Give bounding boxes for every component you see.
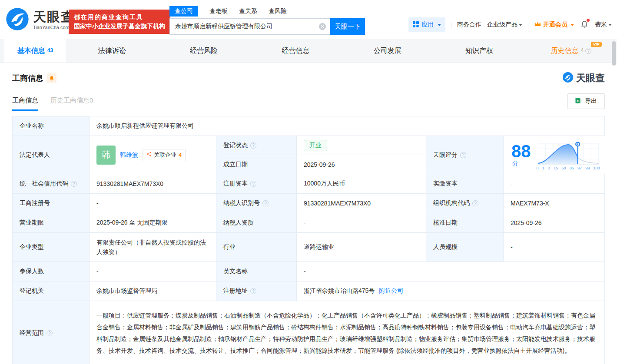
- vip-badge: VIP: [591, 42, 602, 47]
- help-icon[interactable]: ?: [460, 152, 466, 158]
- help-icon[interactable]: ?: [585, 48, 591, 54]
- reg-capital-label-cell: 注册资本 ?: [216, 174, 297, 193]
- score-value-cell: 88分: [504, 136, 605, 174]
- org-code-label-cell: 组织机构代码 ?: [426, 194, 504, 213]
- table-row: 参保人数 - 英文名称 -: [13, 262, 604, 281]
- score-value: 88: [511, 142, 531, 161]
- score-axis-ticks: 01 315 5085 9799 100: [536, 166, 600, 170]
- slogan-line1: 都在用的商业查询工具: [74, 13, 165, 22]
- taxpayer-id-value: 91330281MAEX7M73X0: [297, 194, 426, 213]
- score-unit: 分: [512, 160, 518, 167]
- clear-search-icon[interactable]: ✕: [319, 23, 326, 30]
- related-count: 4: [179, 152, 182, 158]
- legal-rep-name-link[interactable]: 韩维波: [120, 151, 138, 159]
- tab-basic-info[interactable]: 基本信息 43: [4, 39, 66, 63]
- industry-value: 道路运输业: [297, 233, 426, 261]
- score-label: 天眼评分: [433, 151, 458, 159]
- help-icon[interactable]: ?: [262, 200, 269, 206]
- apps-label: 应用: [421, 21, 434, 29]
- business-scope-value: 一般项目：供应链管理服务；煤炭及制品销售；石油制品制造（不含危险化学品）；化工产…: [90, 301, 604, 364]
- company-name-value: 余姚市顺启新程供应链管理有限公司: [90, 116, 604, 136]
- reg-authority-label: 登记机关: [13, 281, 90, 301]
- notifications-bell-icon[interactable]: [581, 20, 588, 30]
- tab-legal-proceedings[interactable]: 法律诉讼: [66, 39, 158, 63]
- table-row: 工商注册号 - 纳税人识别号 ? 91330281MAEX7M73X0 组织机构…: [13, 194, 604, 213]
- help-icon[interactable]: ?: [250, 288, 256, 294]
- notification-dot: [587, 19, 590, 22]
- help-icon[interactable]: ?: [250, 142, 256, 149]
- nearby-companies-link[interactable]: 附近公司: [379, 287, 403, 295]
- subtab-business-info[interactable]: 工商信息: [12, 96, 38, 111]
- reg-address-value-cell: 浙江省余姚市冶山路475号 附近公司: [297, 281, 604, 301]
- slogan-banner: 都在用的商业查询工具 国家中小企业发展子基金旗下机构: [69, 10, 170, 34]
- search-tabs: 查公司 查老板 查关系 查风险: [169, 6, 365, 17]
- insured-count-value: -: [90, 262, 216, 281]
- table-row: 法定代表人 韩 韩维波 关联企业 4: [13, 136, 604, 174]
- tianyancha-logo-icon: [5, 7, 30, 33]
- apps-menu-button[interactable]: 应用: [408, 17, 445, 32]
- export-button[interactable]: X 导出: [567, 93, 605, 109]
- tab-operating-info[interactable]: 经营信息: [250, 39, 342, 63]
- avatar[interactable]: 韩: [96, 146, 116, 165]
- approval-date-label: 核准日期: [426, 213, 504, 232]
- tab-label: 公司发展: [374, 46, 401, 56]
- business-scope-label: 经营范围: [20, 329, 44, 337]
- table-row: 统一社会信用代码 ? 91330281MAEX7M73X0 注册资本 ? 100…: [13, 174, 604, 194]
- business-term-label: 营业期限: [13, 213, 90, 232]
- search-input[interactable]: [169, 18, 330, 35]
- taxpayer-id-label: 纳税人识别号: [223, 199, 260, 207]
- business-info-table: 企业名称 余姚市顺启新程供应链管理有限公司 法定代表人 韩 韩维波: [12, 116, 605, 364]
- table-row: 登记机关 余姚市市场监督管理局 注册地址 ? 浙江省余姚市冶山路475号 附近公…: [13, 281, 604, 301]
- search-button[interactable]: 天眼一下: [330, 18, 365, 35]
- vip-label: 开通会员: [543, 21, 567, 29]
- search-tab-risk[interactable]: 查风险: [269, 7, 287, 15]
- search-tab-boss[interactable]: 查老板: [209, 7, 228, 15]
- divider: [451, 22, 451, 28]
- help-icon[interactable]: ?: [46, 330, 53, 336]
- tab-company-development[interactable]: 公司发展: [342, 39, 433, 63]
- taxpayer-quality-value: -: [297, 213, 426, 232]
- top-header: 天眼查 TianYanCha.com 都在用的商业查询工具 国家中小企业发展子基…: [0, 0, 617, 39]
- watermark-text: 天眼查: [576, 72, 605, 85]
- tianyancha-logo-icon: [562, 72, 574, 85]
- paid-capital-value: -: [504, 174, 604, 193]
- reg-capital-label: 注册资本: [223, 180, 248, 188]
- tab-history-info[interactable]: VIP 历史信息 4 ?: [525, 39, 617, 63]
- username-label: 费米: [595, 21, 607, 29]
- divider: [528, 22, 528, 28]
- help-icon[interactable]: ?: [472, 200, 478, 206]
- business-scope-label-cell: 经营范围 ?: [13, 301, 90, 364]
- main-tab-bar: 基本信息 43 法律诉讼 经营风险 经营信息 公司发展 知识产权 VIP 历史信…: [0, 39, 617, 63]
- nav-enterprise-products[interactable]: 企业级产品: [487, 21, 522, 29]
- credit-code-value: 91330281MAEX7M73X0: [90, 174, 216, 193]
- industry-label: 行业: [216, 233, 297, 261]
- user-menu[interactable]: 费米: [595, 21, 612, 29]
- related-companies-badge[interactable]: 关联企业 4: [143, 149, 186, 161]
- network-icon: [146, 152, 152, 158]
- establish-date-value: 2025-09-26: [297, 155, 426, 174]
- export-label: 导出: [585, 97, 597, 105]
- scrollbar[interactable]: [612, 41, 616, 66]
- subtab-history-business-info[interactable]: 历史工商信息0: [50, 96, 93, 111]
- search-tab-company[interactable]: 查公司: [169, 6, 198, 17]
- section-title: 工商信息: [12, 73, 43, 83]
- taxpayer-quality-label: 纳税人资质: [216, 213, 297, 232]
- watermark-logo: 天眼查: [562, 72, 605, 85]
- reg-address-label-cell: 注册地址 ?: [216, 281, 297, 301]
- help-icon[interactable]: ?: [250, 181, 256, 187]
- open-vip-button[interactable]: 开通会员: [534, 21, 574, 29]
- tab-intellectual-property[interactable]: 知识产权: [433, 39, 525, 63]
- english-name-value: -: [297, 262, 604, 281]
- table-row: 企业类型 有限责任公司（非自然人投资或控股的法人独资） 行业 道路运输业 人员规…: [13, 233, 604, 262]
- search-tab-relation[interactable]: 查关系: [239, 7, 257, 15]
- tab-count: 4: [581, 47, 584, 53]
- subscribe-bell-icon[interactable]: [47, 73, 56, 83]
- staff-size-value: -: [504, 233, 604, 261]
- reg-status-value-cell: 开业: [297, 136, 426, 155]
- help-icon[interactable]: ?: [71, 181, 77, 187]
- tab-label: 基本信息: [17, 46, 45, 56]
- nav-cooperation[interactable]: 商务合作: [457, 21, 481, 29]
- status-date-subgrid: 登记状态 ? 开业 成立日期 2025-09-26: [216, 136, 426, 174]
- tianyancha-logo[interactable]: 天眼查 TianYanCha.com: [5, 7, 75, 33]
- tab-operating-risk[interactable]: 经营风险: [158, 39, 249, 63]
